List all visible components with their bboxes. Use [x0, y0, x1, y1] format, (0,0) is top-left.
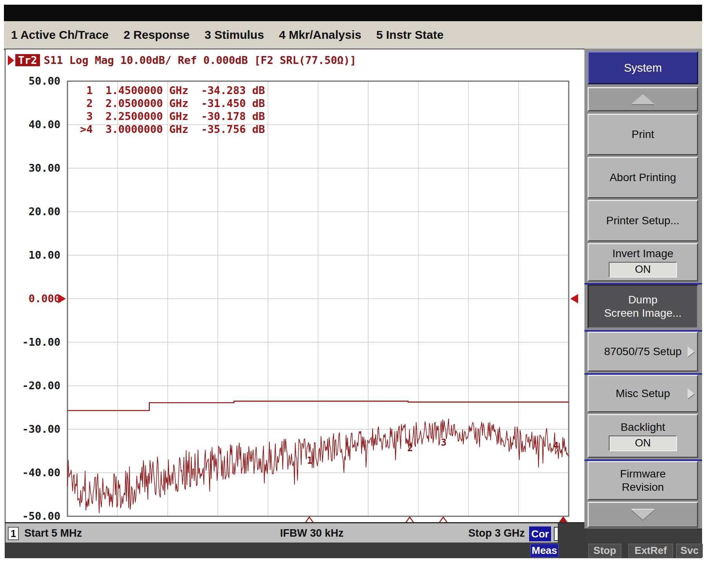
softkey-invert-image-state[interactable]: ON	[609, 262, 677, 278]
softkey-misc-setup[interactable]: Misc Setup	[588, 375, 698, 412]
y-tick-label: -40.00	[13, 466, 60, 479]
channel-indicator: 1	[8, 527, 19, 540]
y-tick-label: 0.000	[13, 292, 60, 305]
instrument-badge-stop: Stop	[588, 544, 621, 557]
y-tick-label: 40.00	[13, 118, 60, 131]
softkey-firmware-revision[interactable]: FirmwareRevision	[588, 461, 698, 500]
softkey-abort-printing[interactable]: Abort Printing	[588, 157, 698, 198]
correction-badge: Cor	[529, 526, 551, 541]
instrument-badge-svc: Svc	[676, 544, 703, 557]
active-trace-arrow-icon	[8, 55, 14, 65]
ifbw-label: IFBW 30 kHz	[280, 527, 344, 539]
ref-level-marker-left-icon	[58, 294, 66, 303]
softkey-print-label: Print	[631, 128, 654, 141]
y-tick-label: 20.00	[13, 205, 60, 218]
trace-title: S11 Log Mag 10.00dB/ Ref 0.000dB [F2 SRL…	[44, 54, 357, 66]
softkey-firmware-revision-label: Firmware	[620, 467, 666, 481]
softkey-invert-image[interactable]: Invert ImageON	[588, 243, 698, 281]
ref-level-marker-right-icon	[570, 294, 578, 303]
menubar-item-1[interactable]: 1 Active Ch/Trace	[9, 27, 110, 42]
marker-table-row-3: 3 2.2500000 GHz -30.178 dB	[80, 110, 265, 123]
start-frequency-label: Start 5 MHz	[24, 527, 82, 539]
stop-frequency-label: Stop 3 GHz	[468, 527, 525, 539]
marker-table-row-2: 2 2.0500000 GHz -31.450 dB	[80, 97, 265, 110]
softkey-system-title[interactable]: System	[588, 51, 698, 84]
softkey-printer-setup[interactable]: Printer Setup...	[588, 200, 698, 241]
s11-chart: 1234	[67, 81, 569, 516]
softkey-dump-screen-image[interactable]: DumpScreen Image...	[588, 285, 698, 328]
softkey-backlight-state[interactable]: ON	[609, 436, 677, 451]
instrument-status-bar: MeasStopExtRefSvc	[5, 543, 702, 558]
trace-status-line: Tr2 S11 Log Mag 10.00dB/ Ref 0.000dB [F2…	[8, 54, 356, 66]
marker-1-trace-label: 1	[307, 455, 313, 466]
menubar-item-5[interactable]: 5 Instr State	[375, 27, 445, 42]
lcd-screen: Tr2 S11 Log Mag 10.00dB/ Ref 0.000dB [F2…	[5, 49, 584, 543]
top-title-bar	[4, 5, 702, 21]
y-tick-label: 30.00	[13, 162, 60, 175]
softkey-87050-75-setup[interactable]: 87050/75 Setup	[588, 332, 698, 372]
y-tick-label: -50.00	[13, 510, 60, 523]
y-tick-label: -10.00	[13, 336, 60, 349]
softkey-panel-footer	[584, 528, 702, 543]
menubar-item-2[interactable]: 2 Response	[122, 27, 191, 42]
softkey-dump-screen-image-label: Dump	[628, 293, 658, 307]
y-tick-label: 50.00	[13, 74, 60, 88]
vna-screenshot: 1 Active Ch/Trace2 Response3 Stimulus4 M…	[0, 0, 706, 588]
softkey-scroll-down-button[interactable]	[588, 502, 698, 528]
submenu-arrow-icon	[688, 388, 695, 399]
instrument-badge-extref: ExtRef	[628, 544, 673, 557]
softkey-firmware-revision-label: Revision	[622, 481, 664, 494]
softkey-panel: SystemPrintAbort PrintingPrinter Setup..…	[584, 49, 702, 528]
y-tick-label: -20.00	[13, 379, 60, 392]
menubar-item-3[interactable]: 3 Stimulus	[203, 27, 266, 42]
marker-3-trace-label: 3	[441, 437, 446, 448]
status-bar-filler	[558, 522, 584, 543]
trace-badge: Tr2	[15, 54, 40, 66]
marker-table-row-4: >4 3.0000000 GHz -35.756 dB	[80, 123, 265, 136]
softkey-backlight-label: Backlight	[620, 421, 665, 434]
softkey-printer-setup-label: Printer Setup...	[606, 214, 680, 227]
y-tick-label: 10.00	[13, 249, 60, 262]
menu-bar: 1 Active Ch/Trace2 Response3 Stimulus4 M…	[4, 21, 702, 50]
softkey-misc-setup-label: Misc Setup	[616, 387, 670, 400]
marker-4-trace-label: 4	[553, 440, 559, 451]
softkey-dump-screen-image-label: Screen Image...	[604, 307, 682, 320]
scroll-up-icon	[631, 94, 655, 104]
marker-table-row-1: 1 1.4500000 GHz -34.283 dB	[80, 84, 265, 97]
instrument-badge-meas: Meas	[530, 544, 559, 557]
status-bar: 1 Start 5 MHz IFBW 30 kHz Stop 3 GHz Cor…	[5, 522, 558, 543]
marker-table: 1 1.4500000 GHz -34.283 dB 2 2.0500000 G…	[80, 84, 265, 136]
softkey-invert-image-label: Invert Image	[612, 247, 673, 260]
softkey-abort-printing-label: Abort Printing	[610, 171, 676, 184]
softkey-print[interactable]: Print	[588, 114, 698, 155]
submenu-arrow-icon	[688, 346, 695, 357]
softkey-backlight[interactable]: BacklightON	[588, 414, 698, 458]
softkey-scroll-up-button[interactable]	[588, 87, 698, 111]
y-tick-label: -30.00	[13, 423, 60, 436]
softkey-87050-75-setup-label: 87050/75 Setup	[604, 345, 682, 358]
plot-area: 1234	[67, 81, 569, 516]
marker-2-trace-label: 2	[408, 443, 413, 454]
menubar-item-4[interactable]: 4 Mkr/Analysis	[277, 27, 363, 42]
scroll-down-icon	[631, 510, 655, 520]
